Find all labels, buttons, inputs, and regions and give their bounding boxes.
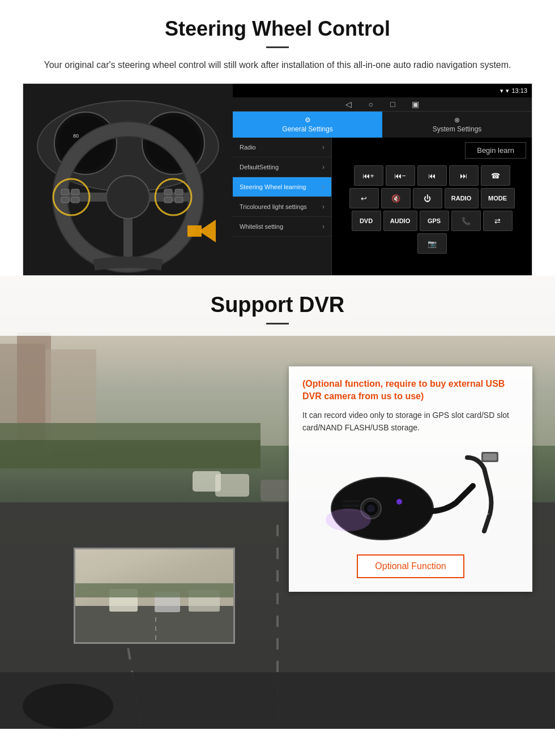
- chevron-right-icon-2: ›: [322, 163, 325, 171]
- svg-rect-22: [164, 197, 172, 203]
- power-button[interactable]: ⏻: [413, 188, 442, 208]
- svg-rect-38: [193, 471, 221, 492]
- menu-item-whitelist[interactable]: Whitelist setting ›: [233, 217, 331, 237]
- menu-item-radio-label: Radio: [240, 144, 256, 151]
- menu-item-whitelist-label: Whitelist setting: [240, 223, 283, 230]
- signal-icon: ▾: [500, 87, 503, 95]
- steering-section: Steering Wheel Control Your original car…: [0, 0, 555, 276]
- back-button[interactable]: ↩: [349, 188, 379, 208]
- svg-rect-21: [164, 189, 172, 195]
- settings-menu: Radio › DefaultSetting › Steering Wheel …: [233, 138, 332, 275]
- begin-learn-button[interactable]: Begin learn: [465, 142, 526, 159]
- chevron-right-icon-4: ›: [322, 203, 325, 211]
- shuffle-next-button[interactable]: ⇄: [483, 211, 513, 231]
- dvr-preview-inner: [75, 549, 233, 642]
- dvr-optional-notice: (Optional function, require to buy exter…: [302, 378, 519, 403]
- btn-row-2: ↩ 🔇 ⏻ RADIO MODE: [336, 188, 527, 208]
- settings-content: Radio › DefaultSetting › Steering Wheel …: [233, 138, 532, 275]
- menu-item-tricoloured[interactable]: Tricoloured light settings ›: [233, 197, 331, 217]
- control-buttons: ⏮+ ⏮− ⏮ ⏭ ☎ ↩ 🔇 ⏻ RADIO MODE: [332, 163, 532, 256]
- dvr-product-image: [302, 443, 519, 545]
- menu-item-steering[interactable]: Steering Wheel learning ›: [233, 177, 331, 197]
- android-ui: ▾ ▾ 13:13 ◁ ○ □ ▣ ⚙ General Settings ⊗: [233, 84, 532, 275]
- svg-point-46: [367, 505, 375, 512]
- home-nav-icon[interactable]: ○: [369, 100, 373, 109]
- svg-point-11: [106, 176, 150, 219]
- tab-general-settings[interactable]: ⚙ General Settings: [233, 112, 382, 138]
- dvr-description: It can record video only to storage in G…: [302, 409, 519, 434]
- dvr-title: Support DVR: [0, 293, 555, 317]
- svg-rect-32: [0, 440, 261, 468]
- mute-button[interactable]: 🔇: [381, 188, 411, 208]
- svg-point-51: [326, 509, 371, 531]
- chevron-right-icon-5: ›: [322, 223, 325, 230]
- svg-rect-17: [61, 189, 69, 195]
- menu-item-steering-label: Steering Wheel learning: [240, 183, 306, 190]
- vol-down-button[interactable]: ⏮−: [386, 165, 415, 186]
- dvr-preview-thumbnail: [74, 548, 235, 644]
- svg-rect-20: [71, 197, 79, 203]
- svg-rect-47: [343, 500, 360, 502]
- recent-nav-icon[interactable]: □: [390, 100, 395, 109]
- steering-control-panel: Begin learn ⏮+ ⏮− ⏮ ⏭ ☎ ↩ 🔇: [332, 138, 532, 275]
- system-settings-label: System Settings: [433, 125, 482, 133]
- svg-point-50: [396, 499, 402, 505]
- chevron-right-icon: ›: [322, 143, 325, 151]
- steering-title: Steering Wheel Control: [23, 17, 532, 41]
- dvr-section: Support DVR (Optional function, require …: [0, 276, 555, 729]
- menu-item-default-label: DefaultSetting: [240, 164, 279, 170]
- time-display: 13:13: [511, 87, 527, 94]
- gps-button[interactable]: GPS: [420, 211, 449, 231]
- menu-item-radio[interactable]: Radio ›: [233, 138, 331, 157]
- radio-button[interactable]: RADIO: [445, 188, 479, 208]
- chevron-right-icon-3: ›: [322, 183, 325, 191]
- back-nav-icon[interactable]: ◁: [345, 100, 352, 109]
- system-settings-icon: ⊗: [454, 116, 460, 124]
- steering-wheel-svg: 80 60: [23, 84, 233, 276]
- camera-button[interactable]: 📷: [417, 233, 447, 254]
- btn-row-3: DVD AUDIO GPS 📞 ⇄: [336, 211, 527, 231]
- vol-up-button[interactable]: ⏮+: [354, 165, 383, 186]
- menu-item-default[interactable]: DefaultSetting ›: [233, 157, 331, 177]
- dvd-button[interactable]: DVD: [352, 211, 381, 231]
- svg-rect-24: [175, 197, 183, 203]
- settings-tabs: ⚙ General Settings ⊗ System Settings: [233, 112, 532, 138]
- wifi-icon: ▾: [506, 87, 509, 95]
- tab-system-settings[interactable]: ⊗ System Settings: [382, 112, 532, 138]
- svg-rect-48: [343, 505, 360, 507]
- optional-function-btn-container: Optional Function: [302, 554, 519, 578]
- screenshot-container: 80 60: [23, 83, 532, 276]
- android-navbar: ◁ ○ □ ▣: [233, 97, 532, 112]
- svg-rect-42: [483, 454, 497, 460]
- svg-rect-37: [261, 480, 292, 501]
- dvr-info-card: (Optional function, require to buy exter…: [289, 366, 532, 592]
- status-icons: ▾ ▾ 13:13: [500, 87, 527, 95]
- android-statusbar: ▾ ▾ 13:13: [233, 84, 532, 97]
- svg-rect-58: [75, 583, 235, 597]
- optional-function-button[interactable]: Optional Function: [357, 554, 464, 578]
- next-button[interactable]: ⏭: [449, 165, 479, 186]
- steering-photo: 80 60: [23, 84, 233, 276]
- svg-point-40: [23, 684, 113, 729]
- title-divider: [266, 46, 289, 48]
- dvr-camera-svg: [309, 446, 513, 543]
- phone-button[interactable]: ☎: [481, 165, 510, 186]
- dvr-preview-svg: [75, 549, 235, 644]
- dvr-title-divider: [266, 323, 289, 324]
- svg-text:80: 80: [73, 133, 79, 139]
- steering-subtitle: Your original car's steering wheel contr…: [23, 58, 532, 72]
- svg-rect-26: [187, 225, 202, 237]
- mode-button[interactable]: MODE: [481, 188, 515, 208]
- svg-rect-23: [175, 189, 183, 195]
- prev-button[interactable]: ⏮: [417, 165, 447, 186]
- cast-nav-icon[interactable]: ▣: [412, 100, 419, 109]
- dvr-title-area: Support DVR: [0, 276, 555, 336]
- svg-rect-18: [61, 197, 69, 203]
- phone-prev-button[interactable]: 📞: [451, 211, 481, 231]
- general-settings-label: General Settings: [282, 125, 332, 133]
- audio-button[interactable]: AUDIO: [383, 211, 417, 231]
- general-settings-icon: ⚙: [305, 116, 311, 124]
- svg-rect-19: [71, 189, 79, 195]
- menu-item-tricoloured-label: Tricoloured light settings: [240, 203, 307, 210]
- begin-learn-row: Begin learn: [332, 138, 532, 163]
